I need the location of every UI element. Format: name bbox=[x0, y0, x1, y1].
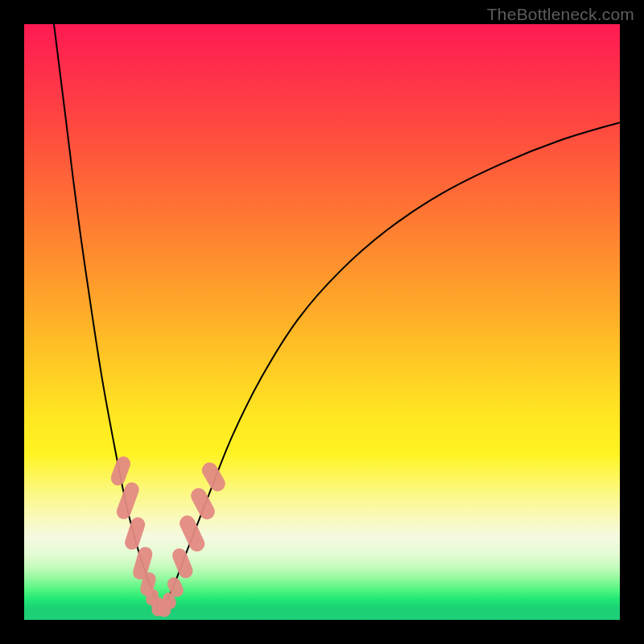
watermark-text: TheBottleneck.com bbox=[487, 5, 634, 24]
chart-frame: TheBottleneck.com bbox=[0, 0, 644, 644]
plot-area bbox=[24, 24, 620, 620]
svg-rect-10 bbox=[170, 547, 195, 580]
marker-0 bbox=[109, 455, 132, 488]
svg-rect-11 bbox=[177, 513, 207, 554]
curve-left-branch bbox=[54, 24, 161, 611]
curve-right-branch bbox=[161, 122, 620, 611]
marker-12 bbox=[188, 485, 217, 522]
svg-rect-13 bbox=[199, 460, 228, 494]
marker-11 bbox=[177, 513, 207, 554]
marker-10 bbox=[170, 547, 195, 580]
marker-layer bbox=[109, 455, 228, 617]
marker-1 bbox=[114, 481, 141, 522]
chart-svg bbox=[24, 24, 620, 620]
svg-rect-12 bbox=[188, 485, 217, 522]
svg-rect-1 bbox=[114, 481, 141, 522]
marker-2 bbox=[123, 515, 147, 551]
svg-rect-2 bbox=[123, 515, 147, 551]
svg-rect-0 bbox=[109, 455, 132, 488]
marker-13 bbox=[199, 460, 228, 494]
